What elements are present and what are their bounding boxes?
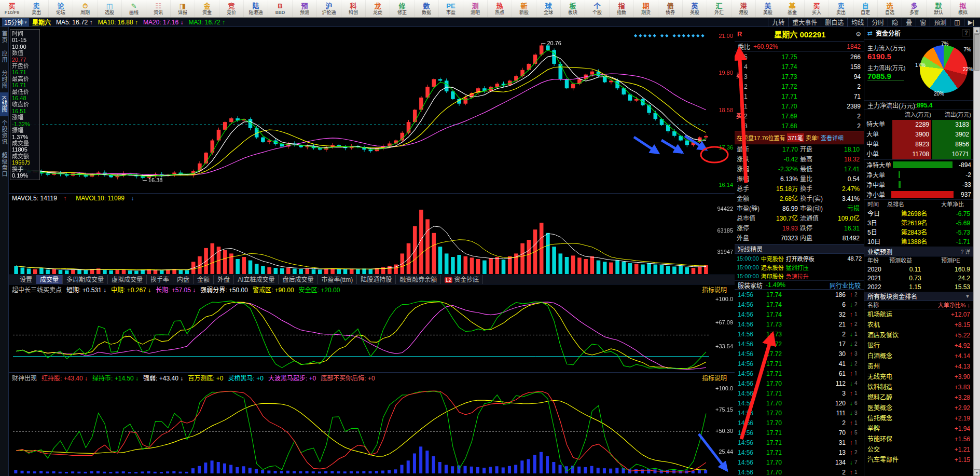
scroll-down-icon[interactable]: ▼ — [974, 469, 980, 476]
sector-rank-header[interactable]: 所有板块资金排名 ▼ — [864, 292, 973, 301]
shortline-row[interactable]: 15:00:00海印股份急速拉升 — [735, 271, 864, 280]
industry-compare-link[interactable]: 同行业比较 — [830, 281, 861, 290]
chart-toolbar-button-◫[interactable]: ◫ — [950, 19, 963, 26]
ask-row[interactable]: 517.75266 — [735, 52, 864, 62]
help-icon[interactable]: ? — [962, 30, 970, 36]
tick-row[interactable]: 14:5617.7161↑1 — [735, 369, 864, 378]
toolbar-item-个股[interactable]: 个个股 — [585, 0, 610, 17]
tab-陆股通持股[interactable]: 陆股通持股 — [357, 275, 396, 284]
tab-金额[interactable]: 金额 — [194, 275, 214, 284]
toolbar-item-科创[interactable]: 科科创 — [341, 0, 366, 17]
sidebar-item-首页[interactable]: 首页 — [0, 27, 8, 47]
toolbar-item-英股[interactable]: 英英股 — [683, 0, 707, 17]
toolbar-item-买入[interactable]: 买买入 — [805, 0, 829, 17]
scroll-up-icon[interactable]: ▲ — [974, 27, 980, 34]
chart-toolbar-button-重大事件[interactable]: 重大事件 — [788, 18, 821, 26]
chart-toolbar-button-隐[interactable]: 隐 — [888, 18, 902, 26]
chart-toolbar-button-▶|[interactable]: ▶| — [964, 19, 978, 26]
toolbar-item-外汇[interactable]: 汇外汇 — [707, 0, 731, 17]
toolbar-item-指数[interactable]: 指指数 — [610, 0, 634, 17]
chart-toolbar-button-删自选[interactable]: 删自选 — [821, 18, 847, 26]
tab-换手率[interactable]: 换手率 — [147, 275, 173, 284]
toolbar-item-修正[interactable]: 修修正 — [390, 0, 415, 17]
chart-toolbar-button-叠[interactable]: 叠 — [902, 18, 916, 26]
toolbar-item-默认[interactable]: 默默认 — [927, 0, 951, 17]
toolbar-item-美股[interactable]: 美美股 — [756, 0, 780, 17]
shortline-row[interactable]: 15:00:00远东股份猛烈打压 — [735, 263, 864, 271]
tick-row[interactable]: 14:5617.7217↓2 — [735, 339, 864, 349]
toolbar-item-港股[interactable]: 港港股 — [731, 0, 756, 17]
tick-row[interactable]: 14:5617.732↓1 — [735, 329, 864, 339]
sector-row[interactable]: 信托概念+2.19 — [864, 413, 973, 424]
volume-panel[interactable]: MAVOL5: 14119 ↑ MAVOL10: 11099 ↓ 9442263… — [9, 194, 735, 275]
sidebar-item-应用[interactable]: 应用 — [0, 47, 8, 66]
ask-row[interactable]: 117.7171 — [735, 91, 864, 101]
tick-row[interactable]: 14:5617.70134↓7 — [735, 457, 864, 467]
bid-row[interactable]: 317.682 — [735, 121, 864, 131]
tab-融资融券余额[interactable]: 融资融券余额 — [396, 275, 441, 284]
chart-toolbar-button-窗[interactable]: 窗 — [916, 18, 930, 26]
indicator1-canvas[interactable] — [9, 294, 735, 373]
tick-row[interactable]: 14:5617.7321↑2 — [735, 319, 864, 329]
tick-row[interactable]: 14:5617.70112↓4 — [735, 378, 864, 388]
toolbar-item-详报[interactable]: ◨详报 — [171, 0, 195, 17]
toolbar-item-周期[interactable]: ⏱周期 — [73, 0, 98, 17]
sector-value-header[interactable]: 大单净比% ↓ — [938, 301, 970, 309]
ask-row[interactable]: 417.74158 — [735, 62, 864, 72]
sector-row[interactable]: 贵州+4.13 — [864, 361, 973, 372]
toolbar-item-资金[interactable]: 金资金 — [195, 0, 219, 17]
kline-panel[interactable]: 21.0019.8018.5817.3616.14 时间01-1510:00数值… — [9, 27, 735, 194]
toolbar-item-测吧[interactable]: 测测吧 — [463, 0, 488, 17]
toolbar-item-热点[interactable]: 热热点 — [488, 0, 512, 17]
indicator1-panel[interactable]: 超中长三线买卖点 短期: +0.531 ↓中期: +0.267 ↓长期: +57… — [9, 284, 735, 373]
tick-row[interactable]: 14:5617.7230↑3 — [735, 349, 864, 359]
sector-row[interactable]: 无线充电+3.90 — [864, 372, 973, 382]
toolbar-item-模拟[interactable]: 拟模拟 — [951, 0, 975, 17]
bid-row[interactable]: 217.692 — [735, 111, 864, 121]
sidebar-item-K线图[interactable]: K线图 — [0, 92, 8, 116]
toolbar-item-自定[interactable]: 自自定 — [853, 0, 878, 17]
toolbar-item-自选[interactable]: 选自选 — [878, 0, 902, 17]
sector-row[interactable]: 医美概念+2.92 — [864, 403, 973, 413]
tab-内盘[interactable]: 内盘 — [173, 275, 194, 284]
tick-row[interactable]: 14:5617.7170↑5 — [735, 428, 864, 438]
sidebar-item-超级盘口[interactable]: 超级盘口 — [0, 148, 8, 181]
ask-row[interactable]: 217.722 — [735, 81, 864, 91]
scrollbar[interactable]: ▲ ▼ — [973, 27, 980, 476]
tab-外盘[interactable]: 外盘 — [214, 275, 234, 284]
toolbar-item-全球[interactable]: 球全球 — [536, 0, 561, 17]
tick-row[interactable]: 14:5617.70120↓6 — [735, 398, 864, 408]
toolbar-item-龙虎[interactable]: 龙龙虎 — [366, 0, 390, 17]
indicator1-help-link[interactable]: 指标说明 — [702, 285, 727, 294]
tick-row[interactable]: 14:5617.74186↑2 — [735, 290, 864, 300]
tick-row[interactable]: 14:5617.746↓2 — [735, 300, 864, 309]
scrollbar-thumb[interactable] — [974, 34, 979, 71]
sector-row[interactable]: 机场航运+12.07 — [864, 309, 973, 320]
toolbar-item-多窗[interactable]: 多多窗 — [902, 0, 927, 17]
toolbar-item-竞价[interactable]: 竞竞价 — [219, 0, 244, 17]
tick-row[interactable]: 14:5617.7432↑1 — [735, 309, 864, 319]
tab-AI立桩成交量[interactable]: AI立桩成交量 — [234, 275, 279, 284]
scrollbar-track[interactable] — [974, 71, 980, 469]
toolbar-item-板块[interactable]: 板板块 — [561, 0, 585, 17]
sector-row[interactable]: 饮料制造+3.83 — [864, 382, 973, 392]
kline-canvas[interactable] — [9, 27, 735, 194]
sidebar-item-分时图[interactable]: 分时图 — [0, 66, 8, 92]
tab-设置[interactable]: 设置 — [16, 275, 36, 284]
sector-row[interactable]: 汽车零部件+1.15 — [864, 455, 973, 465]
tick-row[interactable]: 14:5617.702↑1 — [735, 418, 864, 428]
tick-row[interactable]: 14:5617.7113↑2 — [735, 447, 864, 457]
sector-row[interactable]: 农机+8.15 — [864, 320, 973, 330]
toolbar-item-卖出[interactable]: 卖卖出 — [24, 0, 49, 17]
ask-row[interactable]: 317.7394 — [735, 72, 864, 81]
notice-detail-link[interactable]: 查看详细 — [821, 133, 844, 142]
sidebar-item-个股资讯[interactable]: 个股资讯 — [0, 116, 8, 148]
indicator2-canvas[interactable] — [9, 382, 735, 476]
toolbar-item-期货[interactable]: 期期货 — [634, 0, 658, 17]
shortline-row[interactable]: 15:00:00中宠股份打开跌停板48.72 — [735, 254, 864, 263]
chart-toolbar-button-均线[interactable]: 均线 — [847, 18, 867, 26]
bid-row[interactable]: 117.702389 — [735, 101, 864, 111]
sector-row[interactable]: 举牌+1.94 — [864, 424, 973, 434]
tick-row[interactable]: 14:5617.70111↓3 — [735, 408, 864, 418]
indicator2-panel[interactable]: 财神出现 红持股: +43.40 ↓绿持币: +14.50 ↓强弱: +43.4… — [9, 373, 735, 476]
